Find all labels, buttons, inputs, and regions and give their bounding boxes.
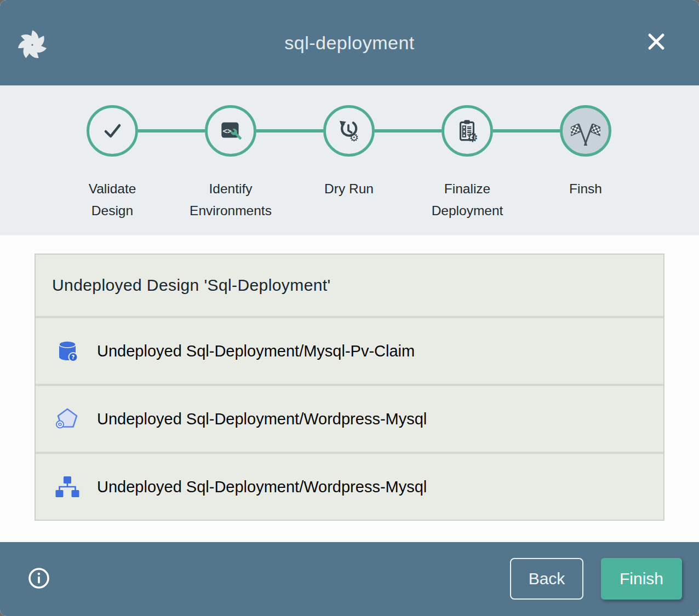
stepper-connector (375, 129, 442, 133)
dialog-footer: Back Finish (0, 542, 699, 616)
deployment-status-area: Undeployed Design 'Sql-Deployment' ? Und… (0, 235, 699, 542)
stepper-connector (256, 129, 323, 133)
status-row-mysql-pv-claim: ? Undeployed Sql-Deployment/Mysql-Pv-Cla… (36, 318, 663, 384)
step-identify-environments[interactable]: <> (205, 105, 256, 157)
stepper-track: <> ⚙ (87, 105, 611, 157)
status-row-wordpress-mysql-deployment: Undeployed Sql-Deployment/Wordpress-Mysq… (36, 454, 663, 520)
gear-glyph: ⚙ (350, 131, 359, 144)
gear-glyph: ⚙ (467, 130, 479, 145)
status-text: Undeployed Sql-Deployment/Wordpress-Mysq… (97, 478, 427, 496)
code-wrench-icon: <> (217, 117, 244, 145)
status-row-wordpress-mysql-service: Undeployed Sql-Deployment/Wordpress-Mysq… (36, 386, 663, 452)
status-text: Undeployed Design 'Sql-Deployment' (52, 276, 331, 295)
step-label-dry-run: Dry Run (302, 178, 396, 200)
back-button[interactable]: Back (510, 558, 583, 600)
close-button[interactable] (644, 30, 668, 54)
step-validate-design[interactable] (87, 105, 138, 157)
pentagon-badge-icon (55, 406, 80, 431)
status-row-design: Undeployed Design 'Sql-Deployment' (36, 255, 663, 316)
deployment-wizard-dialog: sql-deployment <> (0, 0, 699, 616)
step-finish[interactable] (560, 105, 611, 157)
code-glyph: <> (223, 126, 232, 135)
database-icon: ? (55, 338, 80, 364)
dry-run-icon: ⚙ (335, 117, 363, 145)
pinwheel-logo-icon (16, 27, 48, 62)
finish-flags-icon (571, 116, 600, 146)
info-button[interactable] (27, 567, 50, 590)
dialog-header: sql-deployment (0, 0, 699, 85)
step-label-identify-environments: IdentifyEnvironments (184, 178, 277, 222)
step-finalize-deployment[interactable]: ⚙ (442, 105, 493, 157)
clipboard-gear-icon: ⚙ (454, 117, 481, 145)
status-text: Undeployed Sql-Deployment/Wordpress-Mysq… (97, 410, 427, 428)
step-label-validate-design: ValidateDesign (66, 178, 159, 222)
step-label-finalize-deployment: FinalizeDeployment (421, 178, 514, 222)
stepper-connector (138, 129, 205, 133)
status-panel: Undeployed Design 'Sql-Deployment' ? Und… (35, 254, 664, 521)
finish-button[interactable]: Finish (601, 558, 682, 600)
info-icon (27, 567, 50, 590)
stepper-connector (493, 129, 560, 133)
wizard-stepper: <> ⚙ (0, 85, 699, 235)
step-dry-run[interactable]: ⚙ (323, 105, 375, 157)
check-icon (99, 118, 125, 144)
question-glyph: ? (72, 354, 75, 360)
status-text: Undeployed Sql-Deployment/Mysql-Pv-Claim (97, 342, 415, 360)
step-label-finish: Finsh (539, 178, 632, 200)
dialog-title: sql-deployment (284, 32, 415, 54)
close-icon (644, 30, 668, 54)
hierarchy-icon (55, 474, 80, 499)
